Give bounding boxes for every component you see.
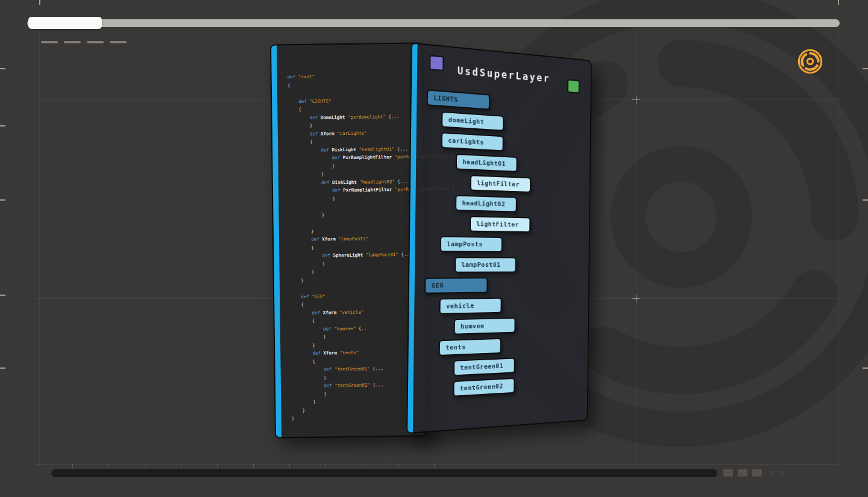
edge-tick (863, 199, 868, 201)
edge-tick (863, 68, 868, 69)
usd-code-panel: def "root"{ def "LIGHTS" { def DomeLight… (270, 42, 428, 438)
pinwheel-logo-icon (794, 46, 826, 77)
tree-node-humvee[interactable]: humvee (454, 317, 516, 335)
tree-node-lampPosts[interactable]: lampPosts (440, 236, 503, 252)
ruler-tick (217, 464, 218, 468)
tree-node-headLight02[interactable]: headLight02 (455, 195, 517, 212)
edge-tick (863, 367, 868, 369)
grid-line (838, 31, 838, 466)
horizontal-scrollbar[interactable] (51, 469, 717, 477)
edge-tick (0, 68, 5, 69)
panel-accent-bar (271, 45, 281, 437)
layer-tree: LIGHTSdomeLightcarLightsheadLight01light… (423, 89, 587, 403)
tree-node-lightFilter[interactable]: lightFilter (470, 216, 530, 233)
scroll-fragment (752, 469, 762, 477)
tree-node-GEO[interactable]: GEO (424, 277, 488, 293)
ruler-tick (108, 464, 109, 468)
active-tab[interactable] (28, 17, 102, 29)
scroll-fragment (779, 470, 785, 475)
tree-node-domeLight[interactable]: domeLight (441, 111, 504, 131)
tree-node-tents[interactable]: tents (439, 338, 502, 356)
crosshair-mark (632, 295, 640, 302)
crosshair-mark (632, 96, 640, 104)
edge-tick (39, 0, 40, 5)
panel-title: UsdSuperLayer (412, 60, 591, 87)
edge-tick (0, 125, 5, 127)
tree-node-tentGreen02[interactable]: tentGreen02 (453, 378, 515, 397)
menu-placeholder-dash (87, 41, 104, 43)
tree-node-lampPost01[interactable]: lampPost01 (454, 257, 517, 272)
ruler-tick (362, 464, 362, 468)
scroll-fragment (723, 469, 733, 477)
ruler-tick (434, 464, 435, 468)
tree-node-vehicle[interactable]: vehicle (439, 298, 502, 314)
ruler-tick (181, 464, 181, 468)
tab-bar (27, 19, 840, 27)
tree-node-carLights[interactable]: carLights (441, 132, 504, 151)
scroll-fragment (738, 469, 747, 477)
menu-placeholder-dash (64, 41, 81, 43)
ruler-tick (326, 464, 326, 468)
tree-node-LIGHTS[interactable]: LIGHTS (427, 89, 490, 110)
edge-tick (0, 199, 5, 201)
edge-tick (0, 367, 5, 369)
tree-node-headLight01[interactable]: headLight01 (456, 154, 517, 172)
ruler-tick (398, 464, 398, 468)
edge-tick (0, 295, 5, 296)
edge-tick (838, 0, 839, 5)
grid-line (35, 464, 839, 464)
tree-node-tentGreen01[interactable]: tentGreen01 (453, 358, 515, 377)
scroll-fragment (769, 470, 775, 475)
tree-node-lightFilter[interactable]: lightFilter (470, 175, 531, 193)
usd-super-layer-panel: UsdSuperLayer LIGHTSdomeLightcarLightshe… (406, 42, 592, 434)
ruler-tick (253, 464, 254, 468)
menu-placeholder-dash (41, 41, 58, 43)
canvas: def "root"{ def "LIGHTS" { def DomeLight… (0, 0, 868, 497)
ruler-tick (72, 464, 73, 468)
ruler-tick (145, 464, 145, 468)
grid-line (210, 31, 210, 466)
ruler-tick (289, 464, 290, 468)
menu-placeholder-dash (110, 41, 127, 43)
grid-line (39, 31, 40, 466)
